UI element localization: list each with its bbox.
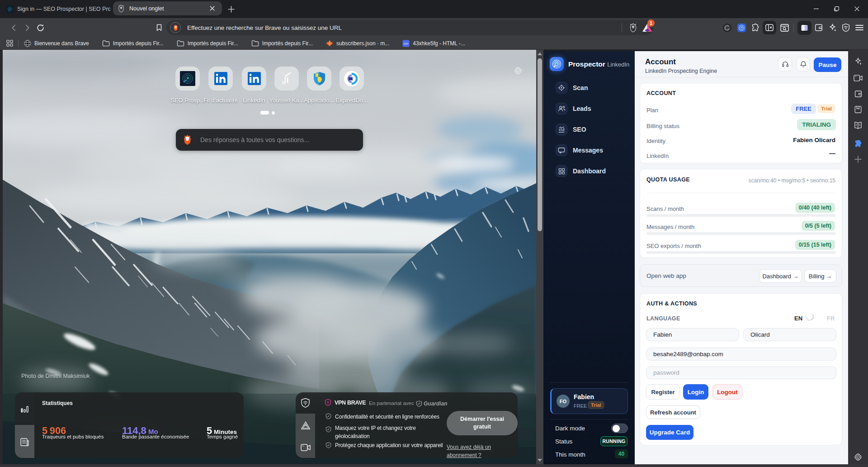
svg-text:</>: </> — [403, 42, 409, 46]
